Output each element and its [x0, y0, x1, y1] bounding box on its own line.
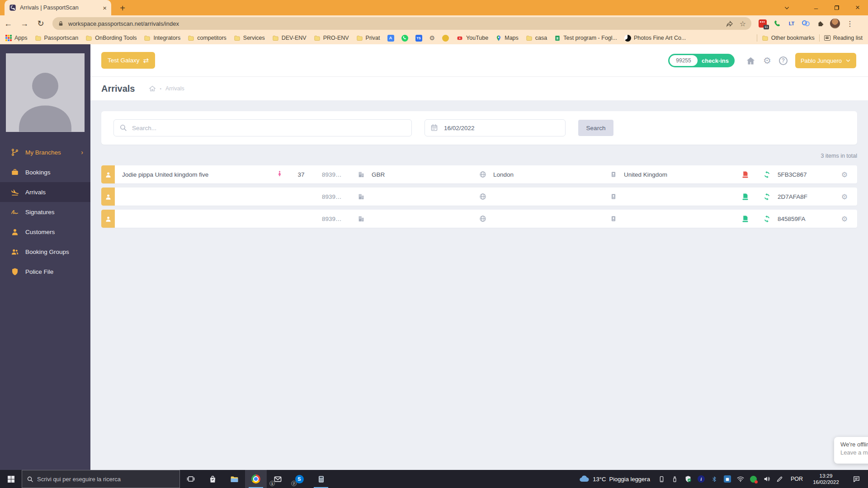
- date-input[interactable]: [425, 119, 566, 136]
- languagetool-extension-icon[interactable]: LT: [787, 19, 797, 28]
- bookmark-folder-onbording-tools[interactable]: OnBording Tools: [85, 35, 137, 42]
- bookmark-folder-casa[interactable]: casa: [526, 35, 547, 42]
- remote-app-icon[interactable]: ▦: [723, 475, 731, 483]
- back-icon[interactable]: ←: [0, 19, 16, 28]
- info-icon[interactable]: i: [697, 475, 705, 483]
- reading-list-button[interactable]: Reading list: [824, 35, 863, 41]
- call-extension-icon[interactable]: [772, 19, 782, 28]
- taskbar-weather[interactable]: 13°C Pioggia leggera: [579, 474, 650, 484]
- action-center-icon[interactable]: [847, 470, 865, 488]
- sidebar-item-signatures[interactable]: Signatures: [0, 202, 90, 222]
- task-view-button[interactable]: [180, 470, 202, 488]
- sidebar-item-police-file[interactable]: Police File: [0, 262, 90, 282]
- bookmark-folder-dev-env[interactable]: DEV-ENV: [272, 35, 307, 42]
- refresh-icon[interactable]: [756, 215, 778, 223]
- your-phone-icon[interactable]: [658, 475, 666, 483]
- globe-icon: [475, 171, 491, 178]
- taskbar-search-input[interactable]: [37, 476, 168, 483]
- taskbar-clock[interactable]: 13:29 16/02/2022: [810, 473, 842, 485]
- volume-icon[interactable]: [763, 475, 771, 483]
- bookmark-folder-services[interactable]: Services: [234, 35, 265, 42]
- defender-shield-icon[interactable]: [684, 475, 692, 483]
- start-button[interactable]: [0, 470, 22, 488]
- window-close-button[interactable]: ×: [847, 0, 868, 15]
- sidebar-item-arrivals[interactable]: Arrivals: [0, 182, 90, 202]
- taskbar-search[interactable]: [22, 470, 180, 488]
- tab-search-chevron-icon[interactable]: [778, 0, 796, 15]
- bookmark-gold-site[interactable]: [442, 35, 449, 42]
- page-title: Arrivals: [101, 84, 135, 94]
- search-input[interactable]: [113, 119, 412, 136]
- rings-extension-icon[interactable]: [801, 19, 811, 28]
- scan-status-icon-green[interactable]: [734, 193, 756, 201]
- forward-icon[interactable]: →: [16, 19, 33, 28]
- row-settings-gear-icon[interactable]: ⚙: [832, 192, 857, 201]
- bookmark-ts[interactable]: TS: [415, 35, 422, 42]
- bookmark-folder-pro-env[interactable]: PRO-ENV: [314, 35, 349, 42]
- calculator-button[interactable]: [310, 470, 332, 488]
- store-button[interactable]: [202, 470, 223, 488]
- help-icon[interactable]: ?: [779, 56, 788, 65]
- bookmark-apps[interactable]: Apps: [5, 35, 28, 41]
- branch-switcher-button[interactable]: Test Galaxy ⇄: [101, 52, 155, 69]
- table-row[interactable]: 8939… 845859FA ⚙: [101, 210, 857, 228]
- new-tab-button[interactable]: +: [117, 2, 128, 14]
- user-menu-button[interactable]: Pablo Junquero: [795, 53, 856, 68]
- address-bar[interactable]: workspace.passportscan.net/arrivals/inde…: [52, 17, 751, 30]
- browser-menu-icon[interactable]: ⋮: [846, 19, 854, 28]
- person-icon: [11, 228, 19, 236]
- bookmark-whatsapp[interactable]: [401, 35, 408, 42]
- bookmark-folder-competitors[interactable]: competitors: [188, 35, 226, 42]
- settings-gear-icon[interactable]: ⚙: [763, 55, 771, 66]
- pen-icon[interactable]: [776, 475, 784, 483]
- sidebar-item-bookings[interactable]: Bookings: [0, 162, 90, 182]
- antivirus-icon[interactable]: [750, 475, 758, 483]
- browser-tab[interactable]: Arrivals | PassportScan ×: [5, 0, 111, 15]
- bookmark-maps[interactable]: Maps: [495, 35, 519, 42]
- row-settings-gear-icon[interactable]: ⚙: [832, 170, 857, 179]
- scan-status-icon-green[interactable]: [734, 215, 756, 223]
- table-row[interactable]: Jodie pippa United kingdom five 37 8939……: [101, 165, 857, 183]
- extension-11-icon[interactable]: 11: [758, 19, 768, 28]
- refresh-icon[interactable]: [756, 193, 778, 201]
- scan-status-icon-red[interactable]: [734, 171, 756, 178]
- bookmarks-bar: Apps Passportscan OnBording Tools Integr…: [0, 32, 868, 44]
- bookmark-folder-integrators[interactable]: Integrators: [144, 35, 180, 42]
- bookmark-folder-privat[interactable]: Privat: [356, 35, 380, 42]
- window-restore-button[interactable]: [826, 0, 847, 15]
- sidebar-item-booking-groups[interactable]: Booking Groups: [0, 242, 90, 262]
- home-icon[interactable]: [746, 56, 755, 66]
- bookmark-photos-fine-art[interactable]: Photos Fine Art Co...: [624, 35, 686, 42]
- bookmark-folder-passportscan[interactable]: Passportscan: [35, 35, 79, 42]
- sidebar-item-customers[interactable]: Customers: [0, 222, 90, 242]
- mail-button[interactable]: 1: [267, 470, 288, 488]
- bluetooth-icon[interactable]: [710, 475, 718, 483]
- bookmark-test-program[interactable]: Test program - Fogl...: [554, 35, 617, 42]
- window-minimize-button[interactable]: –: [806, 0, 826, 15]
- bookmark-settings-site[interactable]: ⚙: [429, 34, 435, 42]
- table-row[interactable]: 8939… 2D7AFA8F ⚙: [101, 188, 857, 206]
- usb-icon[interactable]: [671, 475, 679, 483]
- tab-close-icon[interactable]: ×: [103, 4, 107, 12]
- bookmark-star-icon[interactable]: ☆: [740, 19, 746, 28]
- row-settings-gear-icon[interactable]: ⚙: [832, 215, 857, 223]
- browser-profile-avatar[interactable]: [830, 19, 840, 28]
- share-icon[interactable]: [726, 20, 733, 28]
- chrome-button[interactable]: [245, 470, 267, 488]
- refresh-icon[interactable]: [756, 171, 778, 178]
- other-bookmarks-button[interactable]: Other bookmarks: [762, 35, 815, 42]
- reload-icon[interactable]: ↻: [33, 19, 49, 28]
- sidebar-item-my-branches[interactable]: My Branches ›: [0, 142, 90, 162]
- extensions-puzzle-icon[interactable]: [816, 19, 826, 28]
- chat-widget[interactable]: We're offline Leave a message: [834, 437, 868, 464]
- row-country: United Kingdom: [621, 171, 734, 178]
- breadcrumb-home-icon[interactable]: [149, 85, 156, 92]
- skype-button[interactable]: S 7: [288, 470, 310, 488]
- bookmark-youtube[interactable]: YouTube: [456, 35, 488, 41]
- bookmark-translate[interactable]: A: [387, 35, 394, 42]
- whatsapp-icon: [401, 35, 408, 42]
- wifi-icon[interactable]: [736, 475, 745, 483]
- language-indicator[interactable]: POR: [791, 476, 803, 482]
- search-button[interactable]: Search: [578, 120, 613, 136]
- file-explorer-button[interactable]: [223, 470, 245, 488]
